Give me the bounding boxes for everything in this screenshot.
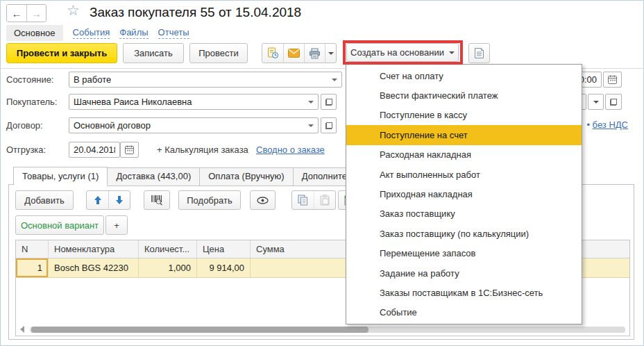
state-value: В работе: [74, 74, 329, 85]
chevron-down-icon: [593, 101, 599, 104]
nav-main[interactable]: Основное: [6, 25, 63, 41]
scroll-left-arrow-icon[interactable]: [20, 326, 24, 333]
page-title: Заказ покупателя 55 от 15.04.2018: [90, 5, 301, 20]
create-based-on-menu: Счет на оплату Ввести фактический платеж…: [346, 64, 582, 324]
barcode-scan-button[interactable]: [144, 190, 170, 210]
menu-item[interactable]: Заказ поставщику (по калькуляции): [346, 224, 582, 243]
menu-item[interactable]: Событие: [346, 303, 582, 322]
col-n[interactable]: N: [16, 240, 49, 258]
variant-button[interactable]: Основной вариант: [15, 215, 104, 235]
state-label: Состояние:: [6, 74, 53, 85]
shipment-calendar-button[interactable]: [120, 142, 139, 158]
cell-price[interactable]: 9 914,00: [197, 258, 251, 277]
order-window: ← → ☆ Заказ покупателя 55 от 15.04.2018 …: [0, 0, 644, 346]
state-field[interactable]: В работе: [69, 72, 342, 88]
view-button[interactable]: [250, 190, 276, 210]
customer-field[interactable]: Шачнева Раиса Николаевна: [69, 94, 319, 110]
col-item[interactable]: Номенклатура: [49, 240, 139, 258]
email-icon[interactable]: [283, 44, 304, 63]
move-row-group: [86, 190, 130, 210]
right-field-dropdown-button[interactable]: [588, 94, 604, 110]
col-price[interactable]: Цена: [197, 240, 251, 258]
menu-item[interactable]: Расходная накладная: [346, 145, 582, 165]
vat-bullet: •: [586, 120, 590, 130]
calculation-link[interactable]: + Калькуляция заказа: [157, 145, 248, 155]
contract-field[interactable]: Основной договор: [69, 117, 319, 133]
cell-qty[interactable]: 1,000: [139, 258, 197, 277]
tab-payment[interactable]: Оплата (Вручную): [199, 167, 293, 186]
paste-icon[interactable]: [314, 191, 335, 209]
post-button[interactable]: Провести: [189, 43, 248, 63]
contract-open-button[interactable]: [321, 117, 337, 133]
menu-item[interactable]: Перемещение запасов: [346, 244, 582, 263]
reports-icon-button[interactable]: [468, 43, 490, 63]
barcode-icon: [151, 195, 163, 206]
menu-item[interactable]: Поступление в кассу: [346, 106, 582, 125]
print-icon[interactable]: [304, 44, 325, 63]
eye-icon: [257, 197, 269, 204]
chevron-down-icon: [449, 51, 455, 54]
scrollbar-thumb[interactable]: [31, 327, 368, 333]
move-down-icon[interactable]: [108, 191, 130, 209]
print-dropdown-arrow[interactable]: [325, 44, 336, 63]
cell-n[interactable]: 1: [16, 258, 49, 277]
shipment-value: 20.04.2018: [74, 145, 115, 155]
favorite-star-icon[interactable]: ☆: [67, 2, 80, 19]
tab-goods[interactable]: Товары, услуги (1): [13, 167, 108, 186]
contract-value: Основной договор: [74, 120, 305, 131]
shipment-label: Отгрузка:: [6, 145, 46, 155]
shipment-date-field[interactable]: 20.04.2018: [69, 142, 120, 158]
right-field-open-button[interactable]: [605, 94, 622, 110]
copy-icon[interactable]: [292, 191, 314, 209]
menu-item[interactable]: Приходная накладная: [346, 184, 582, 204]
calendar-icon: [125, 145, 134, 154]
command-icon-group: [262, 43, 337, 63]
menu-item[interactable]: Счет на оплату: [346, 66, 582, 85]
nav-events[interactable]: События: [73, 27, 110, 39]
customer-open-button[interactable]: [321, 94, 337, 110]
tab-delivery[interactable]: Доставка (443,00): [107, 167, 200, 186]
chevron-down-icon[interactable]: [332, 79, 337, 81]
open-form-icon: [325, 99, 332, 106]
calendar-button[interactable]: [603, 72, 622, 88]
menu-item[interactable]: Заказы поставщикам в 1С:Бизнес-сеть: [346, 283, 582, 302]
move-up-icon[interactable]: [87, 191, 108, 209]
history-nav: ← →: [6, 4, 46, 22]
chevron-down-icon[interactable]: [308, 101, 314, 104]
clipboard-group: [291, 190, 336, 210]
save-button[interactable]: Записать: [123, 43, 184, 63]
invoice-timer-icon[interactable]: [262, 44, 283, 63]
horizontal-scrollbar[interactable]: [30, 327, 625, 333]
create-based-on-label: Создать на основании: [350, 47, 444, 58]
open-form-icon: [325, 122, 332, 129]
customer-value: Шачнева Раиса Николаевна: [74, 97, 305, 107]
cell-item[interactable]: Bosch BGS 42230: [49, 258, 139, 277]
post-and-close-button[interactable]: Провести и закрыть: [6, 43, 117, 63]
create-based-on-button[interactable]: Создать на основании: [346, 43, 459, 62]
menu-item[interactable]: Ввести фактический платеж: [346, 85, 582, 105]
col-qty[interactable]: Количест...: [139, 240, 197, 258]
add-row-button[interactable]: Добавить: [15, 190, 74, 210]
menu-item[interactable]: Акт выполненных работ: [346, 165, 582, 184]
add-variant-button[interactable]: +: [105, 215, 128, 235]
nav-reports[interactable]: Отчеты: [158, 27, 189, 39]
section-nav: Основное События Файлы Отчеты: [6, 25, 189, 41]
report-icon: [474, 47, 484, 59]
menu-item[interactable]: Поступление на счет: [346, 125, 582, 145]
open-form-icon: [610, 99, 617, 106]
contract-label: Договор:: [6, 120, 43, 131]
back-button[interactable]: ←: [7, 5, 26, 22]
detail-tabs: Товары, услуги (1) Доставка (443,00) Опл…: [13, 167, 375, 186]
customer-label: Покупатель:: [6, 97, 57, 107]
order-summary-link[interactable]: Сводно о заказе: [256, 145, 325, 155]
calendar-icon: [608, 75, 617, 84]
chevron-down-icon[interactable]: [308, 124, 314, 127]
menu-item[interactable]: Задание на работу: [346, 263, 582, 283]
forward-button[interactable]: →: [26, 5, 46, 22]
pick-items-button[interactable]: Подобрать: [178, 190, 241, 210]
menu-item[interactable]: Заказ поставщику: [346, 204, 582, 224]
vat-link[interactable]: без НДС: [593, 120, 628, 130]
nav-files[interactable]: Файлы: [119, 27, 148, 39]
